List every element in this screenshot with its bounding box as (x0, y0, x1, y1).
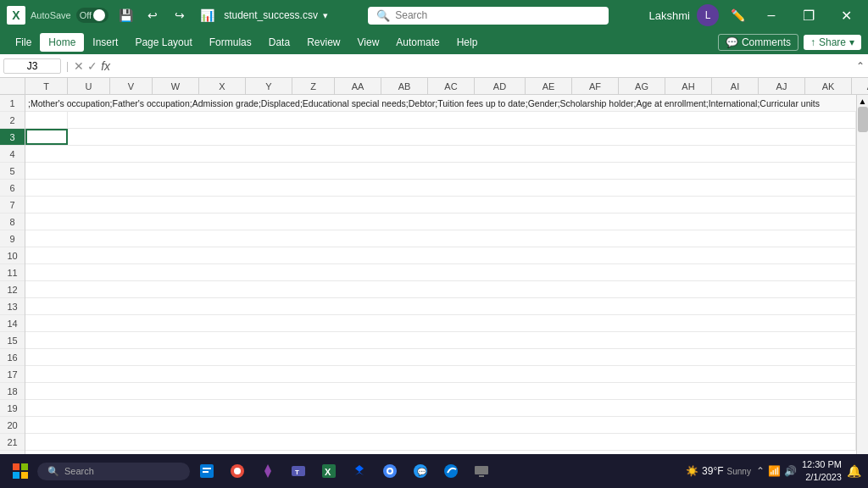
col-header-U[interactable]: U (68, 78, 110, 94)
cell-row11[interactable] (25, 264, 856, 280)
row-num-5[interactable]: 5 (0, 163, 25, 180)
taskbar-camera-icon[interactable] (224, 458, 251, 485)
share-button[interactable]: ↑ Share ▾ (804, 35, 861, 50)
cell-row14[interactable] (25, 315, 856, 331)
row-num-8[interactable]: 8 (0, 214, 25, 230)
cell-row16[interactable] (25, 349, 856, 365)
save-icon[interactable]: 💾 (114, 3, 137, 27)
cell-row21[interactable] (25, 434, 856, 450)
scroll-thumb[interactable] (858, 107, 868, 132)
row-num-18[interactable]: 18 (0, 383, 25, 400)
confirm-formula-icon[interactable]: ✓ (87, 59, 97, 73)
cell-row17[interactable] (25, 366, 856, 382)
col-header-AC[interactable]: AC (428, 78, 475, 94)
col-header-AF[interactable]: AF (572, 78, 619, 94)
row-num-1[interactable]: 1 (0, 95, 25, 112)
tab-automate[interactable]: Automate (387, 33, 448, 52)
speaker-icon[interactable]: 🔊 (784, 465, 797, 477)
cell-T2[interactable] (25, 112, 68, 128)
cell-row9[interactable] (25, 230, 856, 247)
redo-icon[interactable]: ↪ (168, 3, 192, 27)
restore-button[interactable]: ❐ (793, 0, 824, 30)
cell-row7[interactable] (25, 197, 856, 213)
cell-row15[interactable] (25, 332, 856, 348)
tab-home[interactable]: Home (40, 33, 84, 52)
taskbar-sword-icon[interactable] (254, 458, 281, 485)
taskbar-pc-icon[interactable] (468, 458, 495, 485)
row-num-19[interactable]: 19 (0, 400, 25, 417)
col-header-Y[interactable]: Y (246, 78, 292, 94)
comments-button[interactable]: 💬 Comments (718, 34, 798, 51)
notification-icon[interactable]: 🔔 (847, 464, 861, 478)
taskbar-edge-icon[interactable] (437, 458, 465, 485)
wifi-icon[interactable]: 📶 (768, 465, 781, 477)
taskbar-teams-icon[interactable]: T (285, 458, 312, 485)
search-input[interactable] (395, 9, 600, 21)
row-num-12[interactable]: 12 (0, 281, 25, 298)
row-num-16[interactable]: 16 (0, 349, 25, 366)
cell-row19[interactable] (25, 400, 856, 416)
edit-icon[interactable]: ✏️ (726, 3, 749, 27)
col-header-AG[interactable]: AG (619, 78, 665, 94)
col-header-AA[interactable]: AA (335, 78, 381, 94)
cell-row20[interactable] (25, 417, 856, 433)
row-num-4[interactable]: 4 (0, 146, 25, 163)
col-header-T[interactable]: T (25, 78, 68, 94)
taskbar-search[interactable]: 🔍 Search (37, 463, 190, 480)
cell-reference[interactable] (3, 58, 61, 74)
tab-page-layout[interactable]: Page Layout (126, 33, 200, 52)
present-icon[interactable]: 📊 (195, 3, 219, 27)
row-num-21[interactable]: 21 (0, 434, 25, 451)
tab-review[interactable]: Review (298, 33, 348, 52)
cancel-formula-icon[interactable]: ✕ (74, 59, 84, 73)
start-button[interactable] (7, 458, 34, 485)
cell-row12[interactable] (25, 281, 856, 297)
cell-row10[interactable] (25, 247, 856, 263)
col-header-AK[interactable]: AK (805, 78, 852, 94)
undo-icon[interactable]: ↩ (141, 3, 164, 27)
taskbar-dropbox-icon[interactable] (346, 458, 373, 485)
tab-view[interactable]: View (349, 33, 388, 52)
col-header-V[interactable]: V (110, 78, 153, 94)
cell-row4[interactable] (25, 146, 856, 162)
row-num-9[interactable]: 9 (0, 230, 25, 247)
close-button[interactable]: ✕ (831, 0, 861, 30)
minimize-button[interactable]: – (756, 0, 787, 30)
formula-input[interactable] (114, 60, 853, 72)
tab-insert[interactable]: Insert (84, 33, 126, 52)
scroll-track[interactable] (857, 107, 868, 488)
row-num-6[interactable]: 6 (0, 180, 25, 197)
tab-data[interactable]: Data (260, 33, 298, 52)
row1-content-cell[interactable]: ;Mother's occupation;Father's occupation… (25, 95, 856, 111)
cell-row2-rest[interactable] (68, 112, 856, 128)
cell-row13[interactable] (25, 298, 856, 314)
system-clock[interactable]: 12:30 PM 2/1/2023 (802, 458, 842, 485)
col-header-AH[interactable]: AH (665, 78, 712, 94)
tab-file[interactable]: File (7, 33, 40, 52)
cell-row6[interactable] (25, 180, 856, 196)
taskbar-chat-icon[interactable]: 💬 (407, 458, 434, 485)
row-num-2[interactable]: 2 (0, 112, 25, 129)
col-header-AI[interactable]: AI (712, 78, 759, 94)
row-num-11[interactable]: 11 (0, 264, 25, 281)
row-num-17[interactable]: 17 (0, 366, 25, 383)
tab-formulas[interactable]: Formulas (201, 33, 260, 52)
col-header-AD[interactable]: AD (475, 78, 526, 94)
cell-row3-rest[interactable] (68, 129, 856, 145)
row-num-14[interactable]: 14 (0, 315, 25, 332)
col-header-W[interactable]: W (153, 78, 199, 94)
vertical-scrollbar[interactable]: ▲ ▼ (856, 95, 868, 488)
taskbar-chrome-icon[interactable] (376, 458, 403, 485)
col-header-Z[interactable]: Z (292, 78, 335, 94)
col-header-AJ[interactable]: AJ (759, 78, 805, 94)
formula-expand-icon[interactable]: ⌃ (856, 60, 865, 72)
row-num-20[interactable]: 20 (0, 417, 25, 434)
user-avatar[interactable]: L (697, 4, 719, 26)
taskbar-excel-icon[interactable]: X (315, 458, 342, 485)
taskbar-files-icon[interactable] (193, 458, 220, 485)
scroll-up-button[interactable]: ▲ (857, 95, 868, 107)
tab-help[interactable]: Help (448, 33, 487, 52)
cell-row8[interactable] (25, 214, 856, 230)
col-header-AL[interactable]: AL (852, 78, 868, 94)
col-header-AE[interactable]: AE (526, 78, 572, 94)
